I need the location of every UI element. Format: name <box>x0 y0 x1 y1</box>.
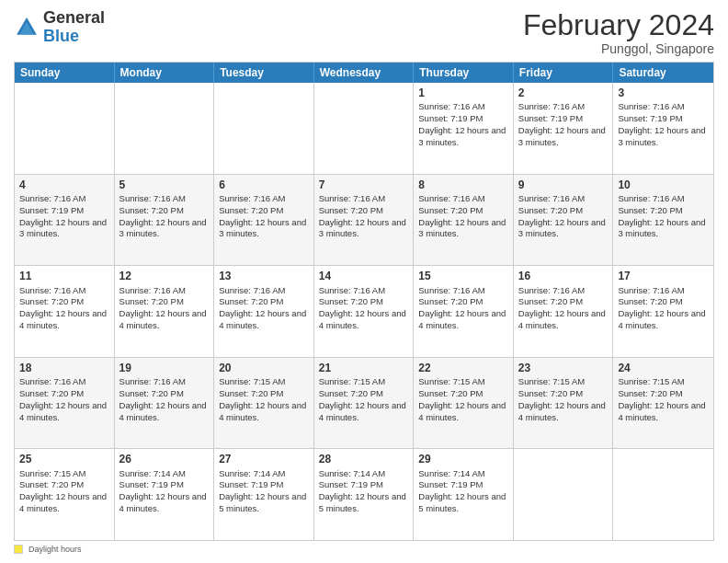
day-number: 12 <box>119 269 210 283</box>
day-cell-22: 22Sunrise: 7:15 AMSunset: 7:20 PMDayligh… <box>414 358 514 449</box>
day-number: 26 <box>119 452 210 466</box>
day-info: Sunrise: 7:16 AMSunset: 7:20 PMDaylight:… <box>119 193 207 238</box>
day-cell-7: 7Sunrise: 7:16 AMSunset: 7:20 PMDaylight… <box>314 175 415 266</box>
day-info: Sunrise: 7:16 AMSunset: 7:19 PMDaylight:… <box>518 101 606 146</box>
day-info: Sunrise: 7:16 AMSunset: 7:19 PMDaylight:… <box>618 101 705 146</box>
day-info: Sunrise: 7:16 AMSunset: 7:20 PMDaylight:… <box>119 285 207 330</box>
weekday-header-saturday: Saturday <box>613 63 713 83</box>
calendar-row: 18Sunrise: 7:16 AMSunset: 7:20 PMDayligh… <box>15 357 713 449</box>
footer-note: Daylight hours <box>14 545 714 554</box>
calendar-header: SundayMondayTuesdayWednesdayThursdayFrid… <box>15 63 713 83</box>
calendar-row: 25Sunrise: 7:15 AMSunset: 7:20 PMDayligh… <box>15 448 713 540</box>
day-cell-29: 29Sunrise: 7:14 AMSunset: 7:19 PMDayligh… <box>414 449 514 540</box>
weekday-header-monday: Monday <box>115 63 215 83</box>
day-number: 23 <box>518 361 609 375</box>
day-info: Sunrise: 7:16 AMSunset: 7:20 PMDaylight:… <box>618 285 705 330</box>
logo: General Blue <box>14 9 105 46</box>
day-info: Sunrise: 7:14 AMSunset: 7:19 PMDaylight:… <box>418 468 506 513</box>
logo-text: General Blue <box>43 9 105 46</box>
day-number: 16 <box>518 269 609 283</box>
day-info: Sunrise: 7:16 AMSunset: 7:20 PMDaylight:… <box>319 193 406 238</box>
day-info: Sunrise: 7:16 AMSunset: 7:20 PMDaylight:… <box>219 285 306 330</box>
day-number: 4 <box>19 178 109 192</box>
day-info: Sunrise: 7:16 AMSunset: 7:20 PMDaylight:… <box>19 376 107 421</box>
day-info: Sunrise: 7:15 AMSunset: 7:20 PMDaylight:… <box>518 376 606 421</box>
empty-cell <box>214 83 314 174</box>
day-number: 1 <box>418 86 508 100</box>
day-info: Sunrise: 7:15 AMSunset: 7:20 PMDaylight:… <box>618 376 705 421</box>
day-info: Sunrise: 7:14 AMSunset: 7:19 PMDaylight:… <box>119 468 207 513</box>
empty-cell <box>15 83 115 174</box>
day-cell-24: 24Sunrise: 7:15 AMSunset: 7:20 PMDayligh… <box>613 358 713 449</box>
day-number: 6 <box>219 178 309 192</box>
day-number: 2 <box>518 86 609 100</box>
day-cell-3: 3Sunrise: 7:16 AMSunset: 7:19 PMDaylight… <box>613 83 713 174</box>
day-info: Sunrise: 7:16 AMSunset: 7:20 PMDaylight:… <box>518 193 606 238</box>
logo-icon <box>14 15 40 40</box>
day-number: 3 <box>618 86 709 100</box>
weekday-header-tuesday: Tuesday <box>214 63 314 83</box>
day-number: 20 <box>219 361 309 375</box>
empty-cell <box>613 449 713 540</box>
empty-cell <box>314 83 415 174</box>
daylight-dot <box>14 545 23 554</box>
day-cell-9: 9Sunrise: 7:16 AMSunset: 7:20 PMDaylight… <box>514 175 614 266</box>
day-cell-5: 5Sunrise: 7:16 AMSunset: 7:20 PMDaylight… <box>115 175 215 266</box>
day-cell-16: 16Sunrise: 7:16 AMSunset: 7:20 PMDayligh… <box>514 266 614 357</box>
day-number: 25 <box>19 452 109 466</box>
day-info: Sunrise: 7:14 AMSunset: 7:19 PMDaylight:… <box>219 468 306 513</box>
day-number: 18 <box>19 361 109 375</box>
weekday-header-sunday: Sunday <box>15 63 115 83</box>
calendar-row: 4Sunrise: 7:16 AMSunset: 7:19 PMDaylight… <box>15 174 713 266</box>
day-number: 14 <box>319 269 409 283</box>
logo-blue: Blue <box>43 27 79 45</box>
day-cell-20: 20Sunrise: 7:15 AMSunset: 7:20 PMDayligh… <box>214 358 314 449</box>
day-number: 27 <box>219 452 309 466</box>
day-info: Sunrise: 7:16 AMSunset: 7:20 PMDaylight:… <box>418 193 506 238</box>
day-info: Sunrise: 7:16 AMSunset: 7:20 PMDaylight:… <box>618 193 705 238</box>
day-number: 10 <box>618 178 709 192</box>
day-info: Sunrise: 7:15 AMSunset: 7:20 PMDaylight:… <box>319 376 406 421</box>
day-info: Sunrise: 7:15 AMSunset: 7:20 PMDaylight:… <box>19 468 107 513</box>
day-number: 9 <box>518 178 609 192</box>
day-number: 17 <box>618 269 709 283</box>
day-number: 5 <box>119 178 210 192</box>
day-cell-23: 23Sunrise: 7:15 AMSunset: 7:20 PMDayligh… <box>514 358 614 449</box>
calendar-row: 11Sunrise: 7:16 AMSunset: 7:20 PMDayligh… <box>15 265 713 357</box>
day-number: 24 <box>618 361 709 375</box>
calendar-row: 1Sunrise: 7:16 AMSunset: 7:19 PMDaylight… <box>15 83 713 174</box>
day-info: Sunrise: 7:16 AMSunset: 7:19 PMDaylight:… <box>418 101 506 146</box>
calendar: SundayMondayTuesdayWednesdayThursdayFrid… <box>14 62 714 541</box>
header: General Blue February 2024 Punggol, Sing… <box>14 9 714 56</box>
weekday-header-wednesday: Wednesday <box>314 63 415 83</box>
title-block: February 2024 Punggol, Singapore <box>523 9 714 56</box>
day-info: Sunrise: 7:16 AMSunset: 7:19 PMDaylight:… <box>19 193 107 238</box>
day-info: Sunrise: 7:16 AMSunset: 7:20 PMDaylight:… <box>119 376 207 421</box>
empty-cell <box>514 449 614 540</box>
day-info: Sunrise: 7:16 AMSunset: 7:20 PMDaylight:… <box>219 193 306 238</box>
day-number: 21 <box>319 361 409 375</box>
day-number: 22 <box>418 361 508 375</box>
day-number: 7 <box>319 178 409 192</box>
month-title: February 2024 <box>523 9 714 41</box>
location: Punggol, Singapore <box>523 41 714 56</box>
day-cell-25: 25Sunrise: 7:15 AMSunset: 7:20 PMDayligh… <box>15 449 115 540</box>
day-cell-19: 19Sunrise: 7:16 AMSunset: 7:20 PMDayligh… <box>115 358 215 449</box>
day-cell-1: 1Sunrise: 7:16 AMSunset: 7:19 PMDaylight… <box>414 83 514 174</box>
day-cell-28: 28Sunrise: 7:14 AMSunset: 7:19 PMDayligh… <box>314 449 415 540</box>
day-cell-13: 13Sunrise: 7:16 AMSunset: 7:20 PMDayligh… <box>214 266 314 357</box>
day-number: 19 <box>119 361 210 375</box>
day-cell-15: 15Sunrise: 7:16 AMSunset: 7:20 PMDayligh… <box>414 266 514 357</box>
day-cell-2: 2Sunrise: 7:16 AMSunset: 7:19 PMDaylight… <box>514 83 614 174</box>
day-cell-14: 14Sunrise: 7:16 AMSunset: 7:20 PMDayligh… <box>314 266 415 357</box>
day-number: 13 <box>219 269 309 283</box>
day-cell-21: 21Sunrise: 7:15 AMSunset: 7:20 PMDayligh… <box>314 358 415 449</box>
day-info: Sunrise: 7:16 AMSunset: 7:20 PMDaylight:… <box>19 285 107 330</box>
day-info: Sunrise: 7:16 AMSunset: 7:20 PMDaylight:… <box>418 285 506 330</box>
day-number: 29 <box>418 452 508 466</box>
day-cell-27: 27Sunrise: 7:14 AMSunset: 7:19 PMDayligh… <box>214 449 314 540</box>
day-number: 15 <box>418 269 508 283</box>
weekday-header-friday: Friday <box>514 63 614 83</box>
day-number: 11 <box>19 269 109 283</box>
day-cell-6: 6Sunrise: 7:16 AMSunset: 7:20 PMDaylight… <box>214 175 314 266</box>
